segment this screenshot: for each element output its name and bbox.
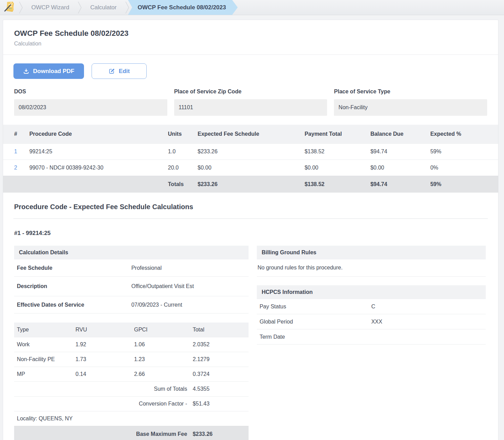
billing-ground-rules-header: Billing Ground Rules <box>257 246 486 259</box>
table-row: 2 99070 - NDC# 00389-9242-30 20.0 $0.00 … <box>3 160 498 176</box>
sum-of-totals-label: Sum of Totals <box>131 382 190 397</box>
calculation-details-header: Calculation Details <box>14 246 249 259</box>
dos-label: DOS <box>14 89 167 95</box>
effective-dates-value: 07/09/2023 - Current <box>131 302 245 308</box>
hcpcs-row-term-date: Term Date <box>257 329 486 345</box>
rvu-col-rvu: RVU <box>73 323 131 337</box>
title-block: OWCP Fee Schedule 08/02/2023 Calculation <box>3 20 498 55</box>
hcpcs-information-header: HCPCS Information <box>257 285 486 299</box>
fee-schedule-label: Fee Schedule <box>17 265 131 271</box>
rvu-col-total: Total <box>190 323 249 337</box>
field-zip: Place of Service Zip Code 11101 <box>174 89 327 116</box>
conversion-factor-row: Conversion Factor - $51.43 <box>14 397 249 411</box>
rvu-row-mp: MP 0.14 2.66 0.3724 <box>14 367 249 382</box>
total-value: 2.0352 <box>190 337 249 352</box>
totals-payment: $138.52 <box>301 176 367 193</box>
description-value: Office/Outpatient Visit Est <box>131 283 245 289</box>
units-cell: 20.0 <box>165 160 194 176</box>
rvu-type: Work <box>14 337 73 352</box>
zip-value: 11101 <box>174 99 327 116</box>
billing-hcpcs-panel: Billing Ground Rules No ground rules for… <box>257 246 486 345</box>
col-header-balance-due: Balance Due <box>367 125 427 144</box>
procedure-code-cell: 99070 - NDC# 00389-9242-30 <box>26 160 165 176</box>
edit-label: Edit <box>119 68 130 75</box>
breadcrumb-item-calculator[interactable]: Calculator <box>82 0 125 15</box>
pos-type-label: Place of Service Type <box>334 89 487 95</box>
field-dos: DOS 08/02/2023 <box>14 89 167 116</box>
expected-pct-cell: 0% <box>427 160 498 176</box>
rvu-value: 1.92 <box>73 337 131 352</box>
gpci-value: 2.66 <box>131 367 190 382</box>
pay-status-label: Pay Status <box>260 304 371 310</box>
main-card: OWCP Fee Schedule 08/02/2023 Calculation… <box>3 20 498 440</box>
procedure-item-heading: #1 - 99214:25 <box>14 230 487 237</box>
detail-row-fee-schedule: Fee Schedule Professional <box>14 259 249 277</box>
conversion-factor-value: $51.43 <box>190 397 249 411</box>
base-maximum-fee-label: Base Maximum Fee <box>14 426 190 440</box>
fee-schedule-value: Professional <box>131 265 245 271</box>
balance-due-cell: $0.00 <box>367 160 427 176</box>
term-date-label: Term Date <box>260 334 371 340</box>
expected-pct-cell: 59% <box>427 144 498 160</box>
balance-due-cell: $94.74 <box>367 144 427 160</box>
col-header-expected-fee: Expected Fee Schedule <box>194 125 301 144</box>
edit-button[interactable]: Edit <box>92 63 147 79</box>
totals-balance: $94.74 <box>367 176 427 193</box>
spacer <box>257 277 486 285</box>
procedure-code-cell: 99214:25 <box>26 144 165 160</box>
col-header-payment-total: Payment Total <box>301 125 367 144</box>
rvu-col-type: Type <box>14 323 73 337</box>
fields-row: DOS 08/02/2023 Place of Service Zip Code… <box>3 79 498 125</box>
rvu-table: Type RVU GPCI Total Work 1.92 1.06 2.035… <box>14 323 249 440</box>
global-period-label: Global Period <box>260 319 371 325</box>
calc-panels: Calculation Details Fee Schedule Profess… <box>3 237 498 440</box>
rvu-col-gpci: GPCI <box>131 323 190 337</box>
breadcrumb-item-current[interactable]: OWCP Fee Schedule 08/02/2023 <box>128 0 238 15</box>
effective-dates-label: Effective Dates of Service <box>17 302 131 308</box>
base-maximum-fee-row: Base Maximum Fee $233.26 <box>14 426 249 440</box>
col-header-expected-pct: Expected % <box>427 125 498 144</box>
sum-of-totals-row: Sum of Totals 4.5355 <box>14 382 249 397</box>
procedures-table: # Procedure Code Units Expected Fee Sche… <box>3 125 498 193</box>
procedures-header-row: # Procedure Code Units Expected Fee Sche… <box>3 125 498 144</box>
detail-row-effective-dates: Effective Dates of Service 07/09/2023 - … <box>14 296 249 314</box>
col-header-num: # <box>3 125 26 144</box>
toolbar: Download PDF Edit <box>3 55 498 79</box>
breadcrumb: OWCP Wizard Calculator OWCP Fee Schedule… <box>0 0 504 15</box>
totals-expected-fee: $233.26 <box>194 176 301 193</box>
total-value: 0.3724 <box>190 367 249 382</box>
rvu-row-work: Work 1.92 1.06 2.0352 <box>14 337 249 352</box>
gpci-value: 1.06 <box>131 337 190 352</box>
expected-fee-cell: $0.00 <box>194 160 301 176</box>
page-title: OWCP Fee Schedule 08/02/2023 <box>14 29 487 38</box>
base-maximum-fee-value: $233.26 <box>190 426 249 440</box>
locality-row: Locality: QUEENS, NY <box>14 411 249 426</box>
breadcrumb-home[interactable] <box>0 0 19 15</box>
billing-ground-rules-text: No ground rules for this procedure. <box>257 259 486 277</box>
locality-value: Locality: QUEENS, NY <box>14 411 249 426</box>
edit-icon <box>108 68 115 74</box>
rvu-row-non-facility-pe: Non-Facility PE 1.73 1.23 2.1279 <box>14 352 249 367</box>
chevron-separator-icon <box>125 0 129 15</box>
rvu-value: 0.14 <box>73 367 131 382</box>
row-number-link[interactable]: 1 <box>3 144 26 160</box>
wizard-doc-icon <box>4 0 15 15</box>
detail-row-description: Description Office/Outpatient Visit Est <box>14 277 249 296</box>
breadcrumb-item-owcp-wizard[interactable]: OWCP Wizard <box>23 0 77 15</box>
row-number-link[interactable]: 2 <box>3 160 26 176</box>
total-value: 2.1279 <box>190 352 249 367</box>
rvu-value: 1.73 <box>73 352 131 367</box>
field-pos-type: Place of Service Type Non-Facility <box>334 89 487 116</box>
expected-fee-cell: $233.26 <box>194 144 301 160</box>
pay-status-value: C <box>371 304 483 310</box>
hcpcs-row-global-period: Global Period XXX <box>257 314 486 329</box>
download-pdf-button[interactable]: Download PDF <box>13 63 84 79</box>
global-period-value: XXX <box>371 319 483 325</box>
payment-total-cell: $138.52 <box>301 144 367 160</box>
page-subtitle: Calculation <box>14 41 487 54</box>
gpci-value: 1.23 <box>131 352 190 367</box>
units-cell: 1.0 <box>165 144 194 160</box>
table-row: 1 99214:25 1.0 $233.26 $138.52 $94.74 59… <box>3 144 498 160</box>
hcpcs-row-pay-status: Pay Status C <box>257 299 486 314</box>
pos-type-value: Non-Facility <box>334 99 487 116</box>
